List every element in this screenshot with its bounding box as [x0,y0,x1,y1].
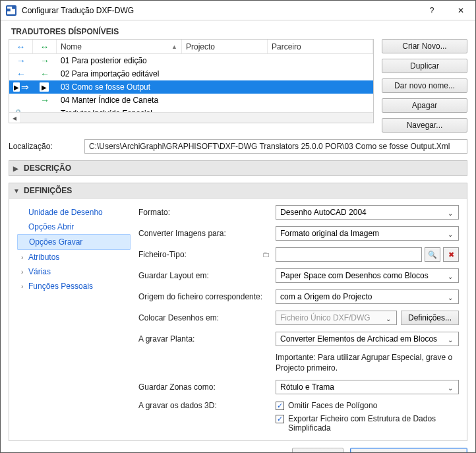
clear-file-button[interactable]: ✖ [443,247,459,262]
place-drawings-settings-button[interactable]: Definições... [401,311,459,325]
origin-label: Origem do ficheiro correspondente: [138,292,270,301]
export-simplified-label: Exportar Ficheiro com Estrutura de Dados… [288,414,459,433]
table-row[interactable]: ▶⇒ ▶ 03 Como se fosse Output [9,80,373,94]
col-in-icon[interactable]: ↔ [9,40,33,53]
place-drawings-select: Ficheiro Único DXF/DWG⌄ [276,311,397,325]
save-zones-label: Guardar Zonas como: [138,382,270,392]
save-and-close-button[interactable]: Gravar Definições & Fechar [350,448,467,453]
col-name[interactable]: Nome▲ [57,40,182,53]
saving-plan-select[interactable]: Converter Elementos de Archicad em Bloco… [276,332,459,346]
create-new-button[interactable]: Criar Novo... [382,39,467,53]
chevron-right-icon: › [21,283,26,290]
convert-images-label: Converter Imagens para: [138,229,270,238]
horizontal-scrollbar[interactable]: ◂ [9,112,373,123]
translators-heading: TRADUTORES DÍSPONÍVEIS [11,27,467,36]
file-type-label: Ficheiro-Tipo: 🗀 [138,250,270,259]
arrow-in-icon: ← [16,69,26,79]
arrow-out-icon: ← [40,69,49,79]
chevron-right-icon: › [21,268,26,276]
nav-save-options[interactable]: Opções Gravar [17,234,131,250]
chevron-right-icon: › [21,254,26,261]
location-field[interactable]: C:\Users\ArchiGraphi\GRAPHISOFT\DXF-DWG … [84,139,467,154]
arrow-out-icon: → [40,95,49,106]
arrow-out-icon: → [40,55,49,66]
file-type-input[interactable] [276,247,422,262]
format-select[interactable]: Desenho AutoCAD 2004⌄ [276,205,459,220]
translators-table: ↔ ↔ Nome▲ Projecto Parceiro → → 01 Para … [9,39,374,123]
nav-open-options[interactable]: Opções Abrir [17,220,131,234]
cancel-button[interactable]: Cancelar [292,448,343,453]
table-row[interactable]: 🔒 ↔ Tradutor Incluído Especial [9,107,373,112]
section-definitions[interactable]: ▼ DEFINIÇÕES [9,183,467,198]
save-layout-select[interactable]: Paper Space com Desenhos como Blocos⌄ [276,268,459,283]
chevron-down-icon: ⌄ [445,334,456,345]
chevron-down-icon: ⌄ [445,208,456,218]
chevron-down-icon: ⌄ [445,292,456,303]
chevron-down-icon: ⌄ [445,271,456,282]
table-row[interactable]: → 04 Manter Índice de Caneta [9,94,373,107]
saving-plan-label: A gravar Planta: [138,334,270,344]
arrow-in-icon: → [16,55,26,66]
folder-icon[interactable]: 🗀 [262,250,270,259]
close-button[interactable]: ✕ [446,1,475,20]
origin-select[interactable]: com a Origem do Projecto⌄ [276,289,459,304]
save-layout-label: Guardar Layout em: [138,271,270,280]
delete-button[interactable]: Apagar [382,98,467,113]
window-title: Configurar Tradução DXF-DWG [22,6,417,15]
convert-images-select[interactable]: Formato original da Imagem⌄ [276,226,459,241]
play-icon: ▶ [40,82,49,92]
duplicate-button[interactable]: Duplicar [382,59,467,73]
play-icon: ▶ [13,82,20,92]
search-file-button[interactable]: 🔍 [425,247,440,262]
nav-drawing-unit[interactable]: Unidade de Desenho [17,205,131,220]
browse-button[interactable]: Navegar... [382,118,467,133]
place-drawings-label: Colocar Desenhos em: [138,313,270,322]
chevron-down-icon: ⌄ [445,382,456,393]
chevron-down-icon: ⌄ [383,313,394,324]
save-3d-label: A gravar os dados 3D: [138,401,270,410]
chevron-right-icon: ▶ [13,165,20,172]
format-label: Formato: [138,208,270,217]
nav-personal-functions[interactable]: ›Funções Pessoais [17,279,131,293]
omit-polygon-faces-label: Omitir Faces de Polígono [288,401,377,410]
col-out-icon[interactable]: ↔ [33,40,57,53]
col-partner[interactable]: Parceiro [268,40,373,53]
table-row[interactable]: → → 01 Para posterior edição [9,54,373,67]
arrow-in-icon: ⇒ [21,82,29,92]
save-zones-select[interactable]: Rótulo e Trama⌄ [276,380,459,394]
sort-indicator-icon: ▲ [171,44,177,50]
rename-button[interactable]: Dar novo nome... [382,78,467,93]
table-header: ↔ ↔ Nome▲ Projecto Parceiro [9,40,373,54]
section-description[interactable]: ▶ DESCRIÇÃO [9,160,467,176]
nav-misc[interactable]: ›Várias [17,264,131,279]
omit-polygon-faces-checkbox[interactable] [276,402,284,410]
app-icon [6,5,16,16]
export-simplified-checkbox[interactable] [276,415,284,423]
table-row[interactable]: ← ← 02 Para importação editável [9,67,373,80]
help-button[interactable]: ? [417,1,446,20]
chevron-down-icon: ▼ [13,187,20,195]
chevron-down-icon: ⌄ [445,229,456,239]
location-label: Localização: [9,142,78,151]
settings-nav: Unidade de Desenho Opções Abrir Opções G… [17,205,131,433]
nav-attributes[interactable]: ›Atributos [17,250,131,264]
scroll-left-icon[interactable]: ◂ [9,113,20,123]
col-project[interactable]: Projecto [182,40,268,53]
saving-plan-note: Importante: Para utilizar Agrupar Especi… [276,353,459,373]
